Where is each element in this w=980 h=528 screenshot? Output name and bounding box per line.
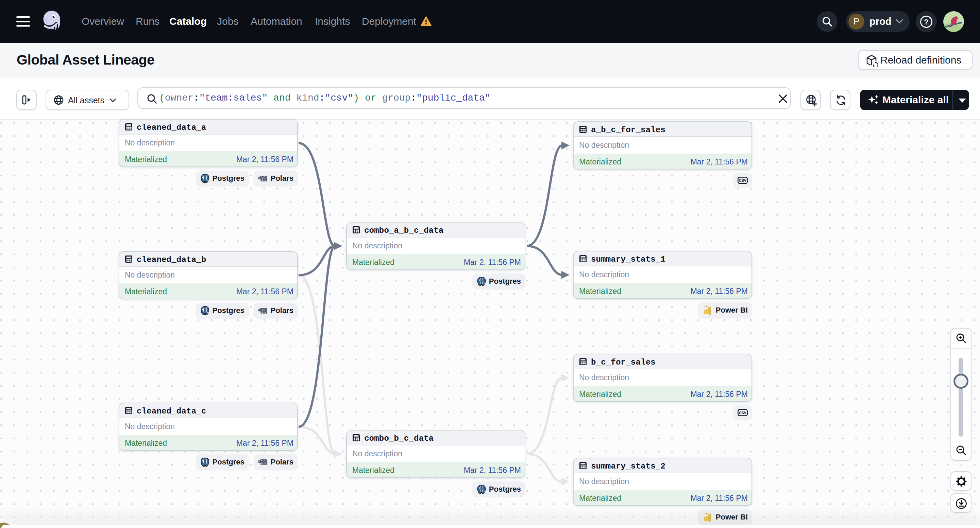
svg-text:CSV: CSV <box>739 178 746 182</box>
svg-text:?: ? <box>924 17 928 26</box>
svg-text:CSV: CSV <box>739 411 746 414</box>
